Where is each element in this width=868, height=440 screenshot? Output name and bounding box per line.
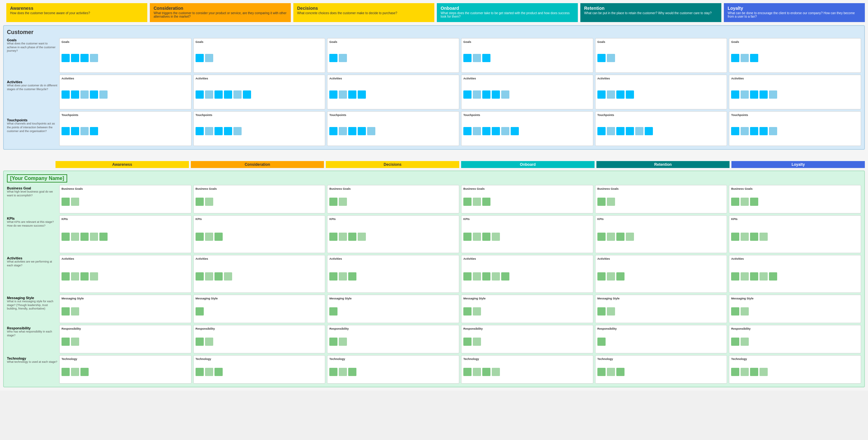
company-decisions-responsibility[interactable]: Responsibility	[327, 325, 459, 353]
sticky-note[interactable]	[339, 54, 347, 62]
sticky-note[interactable]	[750, 198, 758, 206]
company-onboard-bizgoal[interactable]: Business Goals	[461, 185, 593, 213]
sticky-note[interactable]	[215, 272, 223, 280]
sticky-note[interactable]	[62, 368, 70, 376]
sticky-note[interactable]	[616, 91, 624, 99]
sticky-note[interactable]	[769, 91, 777, 99]
sticky-note[interactable]	[348, 233, 356, 241]
sticky-note[interactable]	[501, 127, 509, 135]
sticky-note[interactable]	[482, 198, 491, 206]
sticky-note[interactable]	[71, 198, 79, 206]
sticky-note[interactable]	[348, 91, 356, 99]
sticky-note[interactable]	[62, 272, 70, 280]
sticky-note[interactable]	[90, 127, 98, 135]
customer-decisions-goals[interactable]: Goals	[327, 38, 459, 73]
sticky-note[interactable]	[750, 233, 758, 241]
sticky-note[interactable]	[224, 91, 232, 99]
sticky-note[interactable]	[463, 54, 471, 62]
sticky-note[interactable]	[205, 127, 213, 135]
sticky-note[interactable]	[597, 127, 606, 135]
sticky-note[interactable]	[597, 198, 606, 206]
company-decisions-bizgoal[interactable]: Business Goals	[327, 185, 459, 213]
company-retention-kpis[interactable]: KPIs	[595, 215, 727, 253]
sticky-note[interactable]	[760, 272, 768, 280]
company-retention-technology[interactable]: Technology	[595, 355, 727, 383]
sticky-note[interactable]	[215, 91, 223, 99]
sticky-note[interactable]	[731, 338, 739, 346]
sticky-note[interactable]	[463, 338, 471, 346]
sticky-note[interactable]	[741, 272, 749, 280]
sticky-note[interactable]	[90, 91, 98, 99]
sticky-note[interactable]	[463, 272, 471, 280]
sticky-note[interactable]	[741, 338, 749, 346]
sticky-note[interactable]	[510, 127, 519, 135]
sticky-note[interactable]	[597, 338, 606, 346]
company-consideration-activities[interactable]: Activities	[193, 255, 326, 293]
sticky-note[interactable]	[463, 127, 471, 135]
sticky-note[interactable]	[741, 198, 749, 206]
sticky-note[interactable]	[90, 54, 98, 62]
sticky-note[interactable]	[473, 127, 481, 135]
sticky-note[interactable]	[750, 272, 758, 280]
sticky-note[interactable]	[597, 272, 606, 280]
sticky-note[interactable]	[329, 338, 338, 346]
sticky-note[interactable]	[607, 198, 615, 206]
customer-consideration-touchpoints[interactable]: Touchpoints	[193, 111, 326, 146]
sticky-note[interactable]	[482, 233, 491, 241]
sticky-note[interactable]	[463, 368, 471, 376]
sticky-note[interactable]	[750, 368, 758, 376]
sticky-note[interactable]	[205, 54, 213, 62]
sticky-note[interactable]	[90, 233, 98, 241]
company-decisions-messaging[interactable]: Messaging Style	[327, 295, 459, 323]
customer-onboard-activities[interactable]: Activities	[461, 75, 593, 109]
sticky-note[interactable]	[473, 54, 481, 62]
sticky-note[interactable]	[626, 127, 634, 135]
sticky-note[interactable]	[597, 91, 606, 99]
sticky-note[interactable]	[339, 233, 347, 241]
sticky-note[interactable]	[741, 127, 749, 135]
customer-retention-touchpoints[interactable]: Touchpoints	[595, 111, 727, 146]
customer-consideration-goals[interactable]: Goals	[193, 38, 326, 73]
sticky-note[interactable]	[616, 233, 624, 241]
sticky-note[interactable]	[626, 91, 634, 99]
sticky-note[interactable]	[195, 368, 204, 376]
company-awareness-technology[interactable]: Technology	[59, 355, 191, 383]
sticky-note[interactable]	[81, 368, 89, 376]
company-retention-activities[interactable]: Activities	[595, 255, 727, 293]
sticky-note[interactable]	[492, 368, 500, 376]
company-consideration-messaging[interactable]: Messaging Style	[193, 295, 326, 323]
sticky-note[interactable]	[329, 127, 338, 135]
company-consideration-technology[interactable]: Technology	[193, 355, 326, 383]
sticky-note[interactable]	[760, 91, 768, 99]
sticky-note[interactable]	[205, 272, 213, 280]
sticky-note[interactable]	[99, 91, 107, 99]
sticky-note[interactable]	[62, 307, 70, 315]
sticky-note[interactable]	[607, 127, 615, 135]
sticky-note[interactable]	[71, 338, 79, 346]
sticky-note[interactable]	[741, 233, 749, 241]
sticky-note[interactable]	[90, 272, 98, 280]
sticky-note[interactable]	[463, 307, 471, 315]
sticky-note[interactable]	[473, 368, 481, 376]
sticky-note[interactable]	[71, 91, 79, 99]
customer-awareness-touchpoints[interactable]: Touchpoints	[59, 111, 191, 146]
sticky-note[interactable]	[482, 91, 491, 99]
company-onboard-responsibility[interactable]: Responsibility	[461, 325, 593, 353]
sticky-note[interactable]	[224, 272, 232, 280]
sticky-note[interactable]	[71, 307, 79, 315]
sticky-note[interactable]	[329, 368, 338, 376]
sticky-note[interactable]	[195, 233, 204, 241]
sticky-note[interactable]	[492, 272, 500, 280]
sticky-note[interactable]	[501, 272, 509, 280]
sticky-note[interactable]	[205, 91, 213, 99]
customer-onboard-goals[interactable]: Goals	[461, 38, 593, 73]
sticky-note[interactable]	[616, 272, 624, 280]
sticky-note[interactable]	[329, 54, 338, 62]
sticky-note[interactable]	[81, 127, 89, 135]
company-loyalty-messaging[interactable]: Messaging Style	[729, 295, 861, 323]
company-consideration-bizgoal[interactable]: Business Goals	[193, 185, 326, 213]
sticky-note[interactable]	[62, 233, 70, 241]
company-loyalty-responsibility[interactable]: Responsibility	[729, 325, 861, 353]
sticky-note[interactable]	[463, 233, 471, 241]
company-decisions-kpis[interactable]: KPIs	[327, 215, 459, 253]
